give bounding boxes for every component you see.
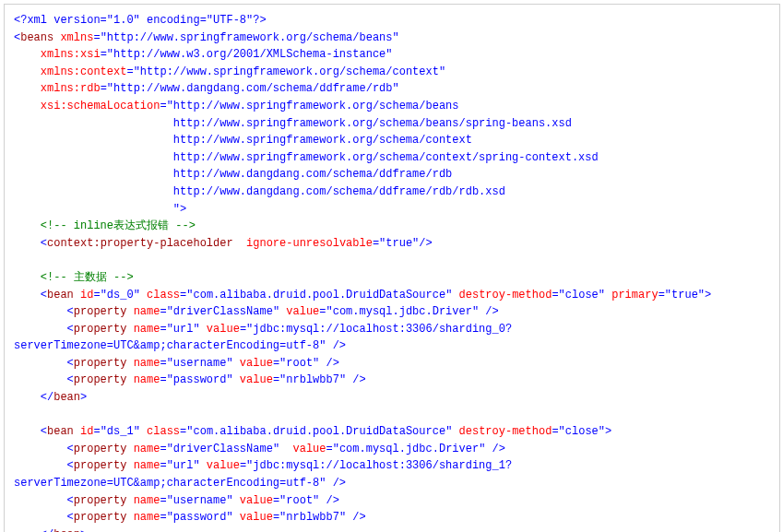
comment-main-data: <!-- 主数据 --> [41, 271, 134, 284]
xml-declaration: <?xml version="1.0" encoding="UTF-8"?> [14, 12, 770, 30]
bean-ds0-open: <bean id="ds_0" class="com.alibaba.druid… [14, 287, 770, 304]
xml-code-block: <?xml version="1.0" encoding="UTF-8"?> <… [4, 4, 780, 532]
bean-ds1-open: <bean id="ds_1" class="com.alibaba.druid… [14, 423, 770, 441]
comment-inline: <!-- inline表达式报错 --> [41, 219, 196, 232]
